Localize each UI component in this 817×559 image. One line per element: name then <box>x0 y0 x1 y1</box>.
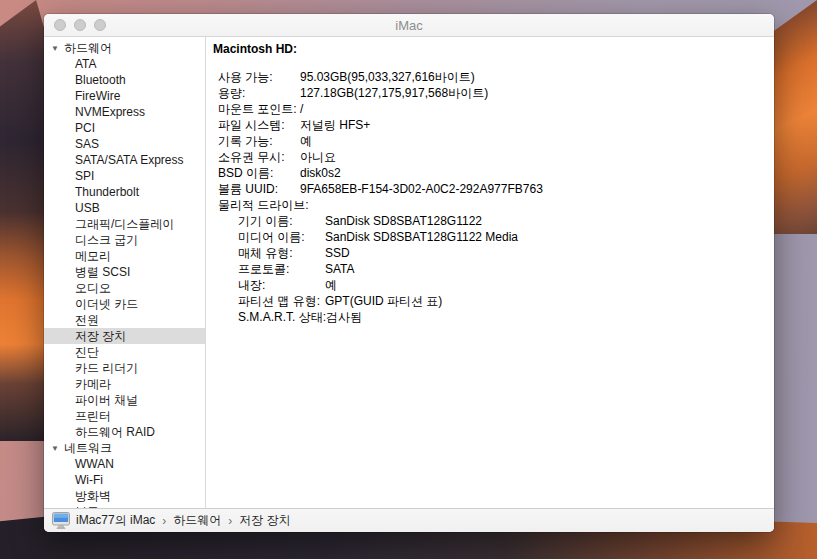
sidebar-item[interactable]: PCI <box>44 120 205 136</box>
sidebar-item-label: 파이버 채널 <box>75 393 138 407</box>
sidebar-item-label: 카메라 <box>75 377 111 391</box>
info-label: 볼륨 UUID: <box>218 181 300 197</box>
info-row: 프로토콜:SATA <box>206 261 774 277</box>
info-value: / <box>300 101 303 117</box>
info-value: SATA <box>325 261 355 277</box>
info-row: 매체 유형:SSD <box>206 245 774 261</box>
sidebar-item[interactable]: 프린터 <box>44 408 205 424</box>
system-information-window: iMac ▼하드웨어ATABluetoothFireWireNVMExpress… <box>44 14 774 532</box>
sidebar-item[interactable]: 파이버 채널 <box>44 392 205 408</box>
info-value: 아니요 <box>300 149 336 165</box>
status-bar: iMac77의 iMac›하드웨어›저장 장치 <box>44 508 774 532</box>
sidebar-item[interactable]: WWAN <box>44 456 205 472</box>
sidebar-item[interactable]: USB <box>44 200 205 216</box>
info-row: 미디어 이름:SanDisk SD8SBAT128G1122 Media <box>206 229 774 245</box>
info-row: 파티션 맵 유형:GPT(GUID 파티션 표) <box>206 293 774 309</box>
sidebar-item-label: SPI <box>75 169 94 183</box>
sidebar-item-label: PCI <box>75 121 95 135</box>
sidebar-item[interactable]: ▼하드웨어 <box>44 40 205 56</box>
info-label: 마운트 포인트: <box>218 101 300 117</box>
sidebar-item[interactable]: 저장 장치 <box>44 328 205 344</box>
sidebar-item-label: 하드웨어 RAID <box>75 425 155 439</box>
sidebar-item[interactable]: ▼네트워크 <box>44 440 205 456</box>
sidebar-item-label: 네트워크 <box>64 441 112 455</box>
sidebar-item[interactable]: SATA/SATA Express <box>44 152 205 168</box>
sidebar-item-label: 오디오 <box>75 281 111 295</box>
sidebar-item[interactable]: 병렬 SCSI <box>44 264 205 280</box>
info-label: 사용 가능: <box>218 69 300 85</box>
breadcrumb-separator: › <box>162 514 166 528</box>
info-row: 파일 시스템:저널링 HFS+ <box>206 117 774 133</box>
info-label: 내장: <box>238 277 325 293</box>
sidebar-item-label: 병렬 SCSI <box>75 265 130 279</box>
sidebar-item[interactable]: ATA <box>44 56 205 72</box>
titlebar[interactable]: iMac <box>44 14 774 37</box>
info-label: 기록 가능: <box>218 133 300 149</box>
info-value: 9FA658EB-F154-3D02-A0C2-292A977FB763 <box>300 181 543 197</box>
info-value: SanDisk SD8SBAT128G1122 Media <box>325 229 518 245</box>
sidebar-item-label: 저장 장치 <box>75 329 126 343</box>
info-label: S.M.A.R.T. 상태: <box>238 309 326 325</box>
info-value: 95.03GB(95,033,327,616바이트) <box>300 69 475 85</box>
sidebar-item-label: FireWire <box>75 89 120 103</box>
info-row: 사용 가능:95.03GB(95,033,327,616바이트) <box>206 69 774 85</box>
sidebar-item-label: 이더넷 카드 <box>75 297 138 311</box>
info-label: BSD 이름: <box>218 165 300 181</box>
sidebar-item[interactable]: 카드 리더기 <box>44 360 205 376</box>
breadcrumb-item: iMac77의 iMac <box>76 512 155 529</box>
sidebar-item[interactable]: SAS <box>44 136 205 152</box>
sidebar[interactable]: ▼하드웨어ATABluetoothFireWireNVMExpressPCISA… <box>44 37 206 508</box>
sidebar-item[interactable]: 그래픽/디스플레이 <box>44 216 205 232</box>
info-value: 예 <box>300 133 312 149</box>
sidebar-item-label: Bluetooth <box>75 73 126 87</box>
info-value: disk0s2 <box>300 165 341 181</box>
sidebar-item-label: Thunderbolt <box>75 185 139 199</box>
sidebar-item[interactable]: SPI <box>44 168 205 184</box>
sidebar-item[interactable]: 진단 <box>44 344 205 360</box>
info-label: 기기 이름: <box>238 213 325 229</box>
sidebar-item[interactable]: 하드웨어 RAID <box>44 424 205 440</box>
volume-title: Macintosh HD: <box>213 41 774 57</box>
info-row: 물리적 드라이브: <box>206 197 774 213</box>
disclosure-triangle-icon[interactable]: ▼ <box>51 441 64 457</box>
breadcrumb: iMac77의 iMac›하드웨어›저장 장치 <box>76 512 291 529</box>
sidebar-item[interactable]: 메모리 <box>44 248 205 264</box>
sidebar-item[interactable]: NVMExpress <box>44 104 205 120</box>
sidebar-item[interactable]: 카메라 <box>44 376 205 392</box>
info-label: 매체 유형: <box>238 245 325 261</box>
window-title: iMac <box>44 14 774 37</box>
sidebar-item[interactable]: Bluetooth <box>44 72 205 88</box>
sidebar-item-label: 메모리 <box>75 249 111 263</box>
info-row: 기록 가능:예 <box>206 133 774 149</box>
info-label: 파일 시스템: <box>218 117 300 133</box>
sidebar-item[interactable]: Thunderbolt <box>44 184 205 200</box>
sidebar-item[interactable]: 디스크 굽기 <box>44 232 205 248</box>
info-value: 예 <box>325 277 337 293</box>
sidebar-item[interactable]: 방화벽 <box>44 488 205 504</box>
imac-icon <box>52 512 70 529</box>
sidebar-item-label: NVMExpress <box>75 105 145 119</box>
disclosure-triangle-icon[interactable]: ▼ <box>51 41 64 57</box>
sidebar-item-label: 방화벽 <box>75 489 111 503</box>
info-label: 소유권 무시: <box>218 149 300 165</box>
sidebar-item[interactable]: 오디오 <box>44 280 205 296</box>
sidebar-item-label: 카드 리더기 <box>75 361 138 375</box>
info-value: GPT(GUID 파티션 표) <box>325 293 442 309</box>
sidebar-item[interactable]: 이더넷 카드 <box>44 296 205 312</box>
sidebar-item-label: 하드웨어 <box>64 41 112 55</box>
breadcrumb-item: 저장 장치 <box>239 512 290 529</box>
info-row: 기기 이름:SanDisk SD8SBAT128G1122 <box>206 213 774 229</box>
sidebar-item-label: SAS <box>75 137 99 151</box>
info-label: 물리적 드라이브: <box>218 197 309 213</box>
sidebar-item-label: 전원 <box>75 313 99 327</box>
info-row: 볼륨 UUID:9FA658EB-F154-3D02-A0C2-292A977F… <box>206 181 774 197</box>
info-value: SanDisk SD8SBAT128G1122 <box>325 213 482 229</box>
sidebar-item-label: 프린터 <box>75 409 111 423</box>
info-row: BSD 이름:disk0s2 <box>206 165 774 181</box>
sidebar-item[interactable]: 전원 <box>44 312 205 328</box>
sidebar-item[interactable]: Wi-Fi <box>44 472 205 488</box>
info-label: 파티션 맵 유형: <box>238 293 325 309</box>
info-row: 소유권 무시:아니요 <box>206 149 774 165</box>
sidebar-item[interactable]: FireWire <box>44 88 205 104</box>
info-value: SSD <box>325 245 350 261</box>
